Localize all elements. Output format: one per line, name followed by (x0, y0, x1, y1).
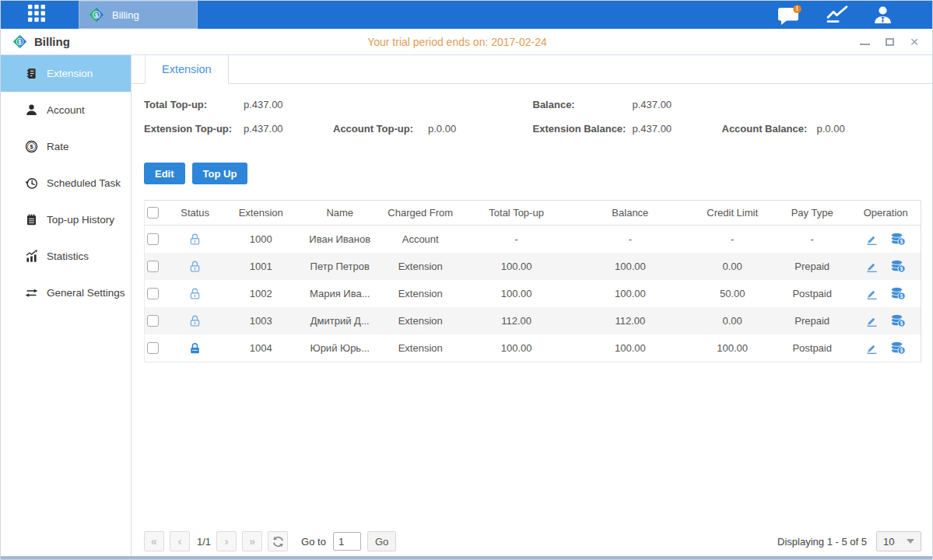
sidebar-item-general-settings[interactable]: General Settings (1, 275, 131, 311)
edit-extension-icon[interactable] (865, 341, 879, 355)
account-balance-label: Account Balance: (722, 123, 817, 135)
sidebar-item-rate[interactable]: $ Rate (1, 128, 131, 165)
svg-text:$: $ (900, 348, 903, 354)
topup-extension-icon[interactable]: $ (890, 341, 906, 355)
sidebar-item-label: Extension (47, 68, 93, 79)
row-checkbox[interactable] (147, 288, 159, 299)
topup-extension-icon[interactable]: $ (890, 287, 906, 300)
main-panel: Extension Total Top-up: p.437.00 Extensi… (132, 55, 933, 558)
tab-extension[interactable]: Extension (145, 55, 229, 84)
row-checkbox[interactable] (147, 315, 159, 327)
svg-text:$: $ (900, 320, 903, 327)
edit-extension-icon[interactable] (865, 287, 879, 300)
ledger-icon (24, 67, 38, 81)
table-row: 1002 Мария Ива... Extension 100.00 100.0… (145, 280, 921, 307)
total-topup-value: p.437.00 (244, 99, 333, 110)
svg-text:$: $ (900, 266, 903, 272)
svg-text:$: $ (900, 239, 903, 245)
prev-page-button[interactable]: ‹ (170, 531, 190, 551)
go-to-page-input[interactable] (333, 532, 361, 551)
table-row: 1001 Петр Петров Extension 100.00 100.00… (145, 253, 921, 280)
page-size-value: 10 (883, 536, 894, 548)
page-indicator: 1/1 (197, 536, 211, 548)
last-page-button[interactable]: » (242, 531, 262, 551)
svg-text:$: $ (900, 293, 903, 299)
extension-table: Status Extension Name Charged From Total… (144, 200, 921, 362)
col-balance: Balance (569, 207, 691, 219)
top-up-button[interactable]: Top Up (192, 163, 248, 184)
account-topup-label: Account Top-up: (333, 123, 428, 135)
table-row: 1003 Дмитрий Д... Extension 112.00 112.0… (145, 307, 921, 334)
sidebar-item-statistics[interactable]: Statistics (1, 238, 131, 275)
extension-topup-value: p.437.00 (244, 123, 333, 135)
row-checkbox[interactable] (147, 261, 159, 272)
trial-notice: Your trial period ends on: 2017-02-24 (367, 36, 547, 48)
col-operation: Operation (851, 207, 921, 219)
clock-history-icon (24, 177, 38, 191)
unlocked-icon[interactable] (188, 314, 202, 327)
col-pay-type: Pay Type (773, 207, 851, 219)
coin-icon: $ (24, 140, 38, 154)
go-button[interactable]: Go (367, 531, 396, 551)
next-page-button[interactable]: › (216, 531, 237, 551)
chart-icon[interactable] (826, 5, 849, 25)
top-navigation-bar: $ Billing ! (1, 1, 932, 29)
user-icon[interactable] (872, 5, 893, 25)
topup-extension-icon[interactable]: $ (890, 233, 906, 246)
table-row: 1004 Юрий Юрь... Extension 100.00 100.00… (145, 334, 921, 362)
edit-extension-icon[interactable] (865, 260, 879, 273)
chat-badge: ! (796, 5, 798, 12)
col-charged-from: Charged From (377, 207, 464, 219)
edit-extension-icon[interactable] (865, 314, 879, 327)
app-grid-icon[interactable] (27, 4, 46, 26)
billing-app-window: $ Billing ! (0, 0, 933, 560)
sidebar: Extension Account $ Rate (1, 55, 132, 558)
col-extension: Extension (219, 207, 303, 219)
close-button[interactable]: × (909, 37, 920, 47)
minimize-button[interactable] (859, 37, 870, 47)
summary-section: Total Top-up: p.437.00 Extension Top-up:… (144, 97, 921, 145)
unlocked-icon[interactable] (188, 287, 202, 300)
notebook-icon (24, 213, 38, 227)
account-topup-value: p.0.00 (428, 123, 517, 135)
unlocked-icon[interactable] (188, 233, 202, 246)
sliders-icon (24, 286, 38, 300)
sidebar-item-label: Top-up History (47, 214, 114, 226)
stats-icon (24, 250, 38, 264)
window-bottom-strip (1, 556, 932, 559)
page-title: Billing (34, 35, 70, 48)
sidebar-item-extension[interactable]: Extension (1, 55, 131, 92)
refresh-button[interactable] (268, 531, 288, 551)
edit-button[interactable]: Edit (144, 163, 185, 184)
top-tab-billing[interactable]: $ Billing (79, 1, 198, 29)
topup-extension-icon[interactable]: $ (890, 260, 906, 273)
row-checkbox[interactable] (147, 233, 159, 245)
svg-text:$: $ (30, 143, 33, 150)
balance-value: p.437.00 (633, 99, 722, 110)
pagination-bar: « ‹ 1/1 › » Go to Go Displaying (144, 531, 921, 551)
edit-extension-icon[interactable] (865, 233, 879, 246)
topup-extension-icon[interactable]: $ (890, 314, 906, 327)
unlocked-icon[interactable] (188, 260, 202, 273)
locked-icon[interactable] (188, 341, 202, 355)
sidebar-item-label: Statistics (47, 250, 89, 262)
row-checkbox[interactable] (147, 342, 159, 354)
go-to-label: Go to (301, 536, 326, 548)
account-balance-value: p.0.00 (817, 123, 907, 135)
table-row: 1000 Иван Иванов Account - - - - $ (145, 226, 921, 253)
extension-topup-label: Extension Top-up: (144, 123, 244, 135)
sidebar-item-account[interactable]: Account (1, 92, 131, 128)
person-icon (24, 103, 38, 117)
sidebar-item-label: Account (47, 104, 85, 116)
sidebar-item-scheduled-task[interactable]: Scheduled Task (1, 165, 131, 201)
chat-icon[interactable]: ! (777, 5, 802, 26)
first-page-button[interactable]: « (144, 531, 164, 551)
sidebar-item-topup-history[interactable]: Top-up History (1, 201, 131, 238)
maximize-button[interactable] (884, 37, 895, 47)
select-all-checkbox[interactable] (147, 207, 159, 219)
total-topup-label: Total Top-up: (144, 99, 244, 110)
page-size-select[interactable]: 10 (876, 531, 921, 551)
tab-strip: Extension (132, 55, 933, 84)
col-total-topup: Total Top-up (464, 207, 569, 219)
sidebar-item-label: Scheduled Task (47, 177, 121, 189)
